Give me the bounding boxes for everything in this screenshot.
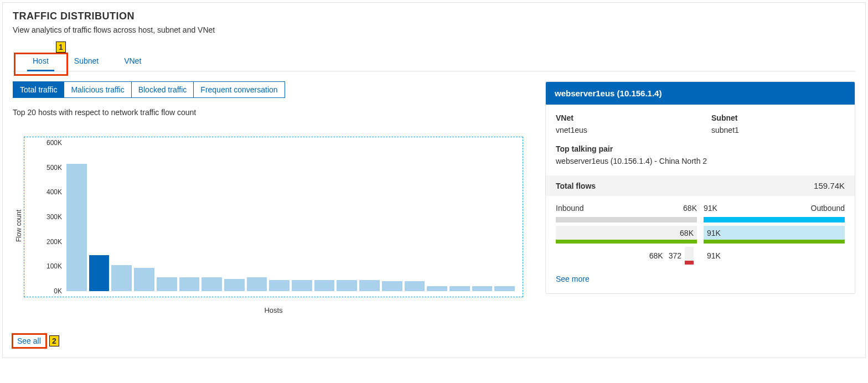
- subnet-value: subnet1: [711, 126, 845, 134]
- see-more-link[interactable]: See more: [556, 275, 590, 283]
- chart-y-tick: 600K: [40, 139, 62, 147]
- outbound-label: Outbound: [811, 204, 845, 213]
- chart-y-tick: 100K: [40, 262, 62, 270]
- pair-source: webserver1eus (10.156.1.4): [556, 157, 652, 165]
- total-flows-value: 159.74K: [814, 181, 845, 190]
- chart-bar[interactable]: [157, 277, 177, 291]
- top-talking-pair-value: webserver1eus (10.156.1.4) - China North…: [556, 157, 845, 165]
- inbound-blocked-row: 68K 372: [556, 247, 697, 265]
- annotation-1: 1: [56, 42, 66, 53]
- flow-count-chart: Flow count 0K100K200K300K400K500K600K Ho…: [13, 137, 523, 314]
- outbound-track: [704, 217, 845, 222]
- host-detail-header: webserver1eus (10.156.1.4): [546, 82, 855, 105]
- chart-y-ticks: 0K100K200K300K400K500K600K: [41, 143, 63, 291]
- outbound-blocked-row: 91K: [704, 247, 845, 265]
- chart-bar[interactable]: [134, 268, 154, 291]
- chart-bars: [64, 143, 517, 291]
- chart-bar[interactable]: [450, 286, 470, 291]
- vnet-value: vnet1eus: [556, 126, 689, 134]
- chart-bar[interactable]: [337, 280, 357, 291]
- tab-subnet[interactable]: Subnet: [72, 52, 101, 71]
- inbound-side: Inbound 68K 68K 68K 372: [556, 204, 697, 265]
- outbound-side: 91K Outbound 91K 91K: [704, 204, 845, 265]
- inbound-value: 68K: [683, 204, 697, 213]
- inbound-track: [556, 217, 697, 222]
- subtab-malicious-traffic[interactable]: Malicious traffic: [64, 82, 131, 97]
- annotation-2: 2: [49, 335, 59, 346]
- top-talking-pair-label: Top talking pair: [556, 144, 845, 153]
- chart-bar[interactable]: [66, 164, 87, 291]
- chart-bar[interactable]: [382, 281, 402, 291]
- tab-vnet[interactable]: VNet: [122, 52, 143, 71]
- vnet-label: VNet: [556, 113, 689, 122]
- chart-y-tick: 500K: [40, 164, 62, 172]
- chart-y-tick: 200K: [40, 238, 62, 246]
- chart-bar[interactable]: [359, 280, 380, 291]
- inbound-label: Inbound: [556, 204, 584, 213]
- chart-bar[interactable]: [224, 279, 245, 291]
- chart-y-tick: 0K: [40, 287, 62, 295]
- page-title: TRAFFIC DISTRIBUTION: [13, 11, 855, 22]
- chart-frame: 0K100K200K300K400K500K600K: [24, 137, 523, 297]
- chart-bar[interactable]: [314, 280, 335, 291]
- chart-x-axis-label: Hosts: [24, 306, 523, 314]
- chart-bar[interactable]: [427, 286, 447, 291]
- tab-host[interactable]: Host: [30, 52, 51, 71]
- chart-bar[interactable]: [89, 255, 110, 291]
- subtab-total-traffic[interactable]: Total traffic: [13, 82, 64, 97]
- traffic-type-tabs: Total traffic Malicious traffic Blocked …: [13, 81, 285, 98]
- chart-bar[interactable]: [472, 286, 493, 291]
- chart-bar[interactable]: [269, 280, 290, 291]
- outbound-red-value: 91K: [707, 251, 721, 260]
- total-flows-label: Total flows: [556, 182, 596, 190]
- total-flows-row: Total flows 159.74K: [546, 175, 855, 196]
- pair-separator: -: [654, 157, 657, 165]
- traffic-distribution-panel: TRAFFIC DISTRIBUTION View analytics of t…: [2, 2, 866, 358]
- chart-bar[interactable]: [202, 277, 222, 291]
- outbound-allowed-value: 91K: [707, 229, 721, 237]
- host-detail-card: webserver1eus (10.156.1.4) VNet vnet1eus…: [545, 81, 855, 294]
- chart-bar[interactable]: [494, 286, 515, 291]
- subtab-blocked-traffic[interactable]: Blocked traffic: [132, 82, 194, 97]
- chart-bar[interactable]: [405, 281, 425, 291]
- chart-bar[interactable]: [292, 280, 312, 291]
- chart-y-axis-label: Flow count: [15, 209, 23, 241]
- flow-direction-split: Inbound 68K 68K 68K 372: [556, 204, 845, 265]
- chart-caption: Top 20 hosts with respect to network tra…: [13, 108, 523, 117]
- primary-tabs: Host Subnet VNet: [13, 52, 855, 71]
- chart-bar[interactable]: [247, 277, 267, 291]
- page-subtitle: View analytics of traffic flows across h…: [13, 25, 855, 34]
- subnet-label: Subnet: [711, 113, 845, 122]
- inbound-allowed-bar: 68K: [556, 226, 697, 244]
- chart-bar[interactable]: [179, 277, 200, 291]
- inbound-red-marker: [685, 247, 694, 265]
- outbound-allowed-bar: 91K: [704, 226, 845, 244]
- pair-destination: China North 2: [659, 157, 707, 165]
- subtab-frequent-conversation[interactable]: Frequent conversation: [194, 82, 284, 97]
- inbound-allowed-value: 68K: [680, 229, 694, 237]
- see-all-link[interactable]: See all: [14, 334, 44, 348]
- chart-y-tick: 400K: [40, 188, 62, 196]
- outbound-value: 91K: [704, 204, 717, 213]
- inbound-red-left: 68K: [649, 251, 663, 260]
- chart-bar[interactable]: [111, 265, 132, 291]
- inbound-red-right: 372: [669, 251, 681, 260]
- chart-y-tick: 300K: [40, 213, 62, 221]
